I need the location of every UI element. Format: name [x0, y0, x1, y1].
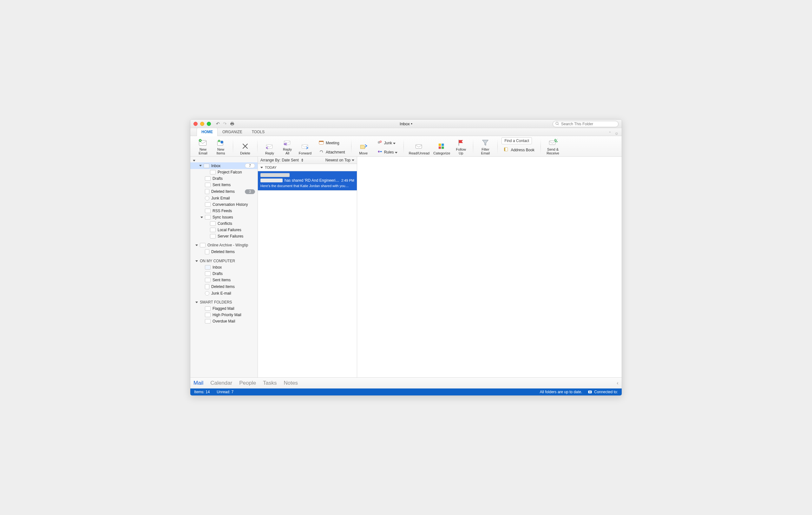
window-title: Inbox • [400, 121, 412, 126]
smiley-feedback-icon[interactable]: ☺ [615, 131, 618, 136]
follow-up-button[interactable]: Follow Up [453, 138, 469, 156]
find-contact-input[interactable]: Find a Contact [501, 137, 532, 144]
tab-tools[interactable]: TOOLS [247, 128, 269, 136]
smart-high-priority[interactable]: High Priority Mail [190, 312, 258, 318]
print-icon[interactable] [230, 121, 234, 126]
folder-junk-email[interactable]: Junk Email [190, 195, 258, 201]
chevron-down-icon [200, 217, 203, 218]
sort-order-dropdown[interactable]: Newest on Top [325, 158, 354, 162]
omc-sent[interactable]: Sent Items [190, 277, 258, 283]
folder-icon [205, 215, 211, 219]
meeting-reply-button[interactable]: Meeting [317, 139, 347, 147]
undo-icon[interactable]: ↶ [216, 121, 220, 126]
folder-oa-deleted[interactable]: Deleted Items [190, 248, 258, 255]
nav-collapse-icon[interactable]: ‹ [617, 380, 618, 386]
nav-mail[interactable]: Mail [194, 380, 203, 386]
junk-button[interactable]: Junk [375, 139, 400, 147]
filter-email-button[interactable]: Filter Email [477, 138, 494, 156]
categorize-button[interactable]: Categorize [432, 142, 452, 156]
folder-icon [210, 228, 216, 232]
inbox-icon [205, 265, 211, 270]
message-item[interactable]: has shared 'RD And Engineeri… 2:49 PM He… [258, 171, 357, 190]
block-icon [205, 291, 209, 296]
folder-icon [210, 170, 216, 174]
reply-all-button[interactable]: Reply All [279, 138, 296, 156]
sort-order-label: Newest on Top [325, 158, 350, 162]
ribbon-tabs: HOME ORGANIZE TOOLS ˄ ☺ [190, 128, 622, 136]
reading-pane [357, 157, 622, 377]
message-list-pane: Arrange By: Date Sent Newest on Top TODA… [258, 157, 357, 377]
ribbon-group-respond: Reply Reply All Forward Meeting [259, 137, 350, 156]
arrange-by-dropdown[interactable]: Arrange By: Date Sent [260, 158, 303, 162]
chevron-down-icon [393, 143, 396, 144]
folder-icon [200, 243, 206, 247]
forward-button[interactable]: Forward [297, 142, 313, 156]
folder-label: High Priority Mail [212, 313, 241, 317]
ribbon-group-find: Find a Contact Address Book [499, 137, 539, 156]
delete-button[interactable]: Delete [237, 141, 254, 156]
omc-deleted[interactable]: Deleted Items [190, 283, 258, 290]
day-header[interactable]: TODAY [258, 164, 357, 171]
section-on-my-computer[interactable]: ON MY COMPUTER [190, 258, 258, 264]
collapse-ribbon-icon[interactable]: ˄ [609, 131, 611, 136]
folder-local-failures[interactable]: Local Failures [190, 227, 258, 233]
junk-icon [377, 140, 382, 146]
omc-inbox[interactable]: Inbox [190, 264, 258, 271]
main-columns: Inbox 7 Project Falcon Drafts Sent Items… [190, 157, 622, 377]
address-book-button[interactable]: Address Book [501, 146, 537, 153]
send-receive-button[interactable]: Send & Receive [545, 138, 561, 156]
smart-flagged[interactable]: Flagged Mail [190, 305, 258, 312]
folder-sync-issues[interactable]: Sync Issues [190, 214, 258, 220]
redo-icon[interactable]: ↷ [223, 121, 227, 126]
search-placeholder: Search This Folder [561, 122, 593, 126]
tab-home[interactable]: HOME [197, 128, 218, 136]
section-smart-folders[interactable]: SMART FOLDERS [190, 299, 258, 305]
folder-icon [205, 313, 211, 317]
attachment-reply-button[interactable]: Attachment [317, 148, 347, 156]
read-unread-button[interactable]: Read/Unread [408, 142, 431, 156]
folder-pane-chevron[interactable] [190, 157, 258, 162]
folder-drafts[interactable]: Drafts [190, 175, 258, 182]
read-unread-label: Read/Unread [409, 151, 430, 155]
reply-button[interactable]: Reply [261, 142, 278, 156]
nav-tasks[interactable]: Tasks [263, 380, 277, 386]
zoom-icon[interactable] [207, 122, 211, 126]
omc-junk[interactable]: Junk E-mail [190, 290, 258, 297]
smart-overdue[interactable]: Overdue Mail [190, 318, 258, 325]
folder-sent-items[interactable]: Sent Items [190, 182, 258, 188]
tab-organize[interactable]: ORGANIZE [218, 128, 247, 136]
svg-rect-16 [441, 147, 444, 149]
folder-label: Overdue Mail [212, 319, 235, 324]
sort-icon [301, 158, 303, 162]
folder-label: RSS Feeds [212, 209, 232, 213]
move-button[interactable]: Move [355, 141, 372, 156]
nav-people[interactable]: People [239, 380, 256, 386]
status-sync: All folders are up to date. [540, 390, 582, 394]
folder-project-falcon[interactable]: Project Falcon [190, 169, 258, 175]
folder-label: Online Archive - Wingtip [207, 243, 248, 247]
read-unread-icon [414, 143, 424, 150]
new-email-button[interactable]: New Email [195, 137, 211, 156]
folder-conversation-history[interactable]: Conversation History [190, 201, 258, 208]
folder-deleted-items[interactable]: Deleted Items3 [190, 188, 258, 195]
ribbon-group-delete: Delete [234, 137, 256, 156]
folder-online-archive[interactable]: Online Archive - Wingtip [190, 242, 258, 248]
arrange-bar: Arrange By: Date Sent Newest on Top [258, 157, 357, 164]
new-items-button[interactable]: New Items [212, 137, 229, 156]
folder-rss-feeds[interactable]: RSS Feeds [190, 208, 258, 214]
ribbon: New Email New Items Delete [190, 136, 622, 157]
follow-up-label: Follow Up [456, 148, 466, 155]
move-label: Move [359, 151, 368, 155]
close-icon[interactable] [194, 122, 198, 126]
folder-label: Drafts [212, 176, 223, 181]
nav-calendar[interactable]: Calendar [210, 380, 232, 386]
trash-icon [205, 284, 209, 289]
minimize-icon[interactable] [200, 122, 204, 126]
nav-notes[interactable]: Notes [284, 380, 298, 386]
search-input[interactable]: Search This Folder [553, 121, 618, 127]
folder-server-failures[interactable]: Server Failures [190, 233, 258, 239]
rules-button[interactable]: Rules [375, 148, 400, 156]
omc-drafts[interactable]: Drafts [190, 271, 258, 277]
folder-inbox[interactable]: Inbox 7 [190, 162, 258, 169]
folder-conflicts[interactable]: Conflicts [190, 220, 258, 227]
